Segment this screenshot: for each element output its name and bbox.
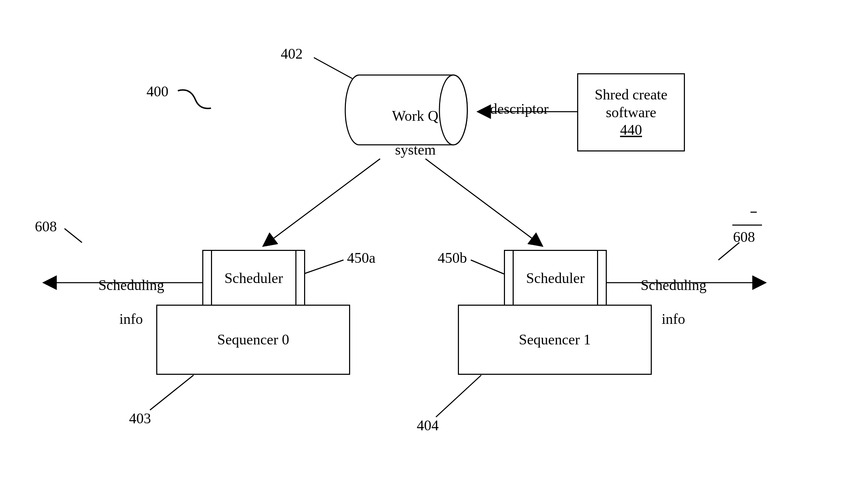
- lead-402: [314, 58, 352, 79]
- ref-404: 404: [417, 417, 439, 434]
- ref-400: 400: [146, 83, 168, 100]
- sequencer1-label: Sequencer 1: [519, 331, 591, 348]
- scheduler-b-box: Scheduler: [504, 250, 607, 307]
- sched-info-left-l1: Scheduling: [98, 277, 164, 293]
- workq-label: Work Q system: [370, 91, 446, 175]
- sched-info-right: Scheduling info: [626, 260, 706, 344]
- descriptor-label: descriptor: [490, 101, 549, 117]
- arrow-to-sched-a: [263, 159, 380, 246]
- sched-info-right-l1: Scheduling: [641, 277, 707, 293]
- scheduler-a-label: Scheduler: [225, 269, 283, 287]
- sequencer1-box: Sequencer 1: [458, 305, 652, 375]
- sched-info-right-l2: info: [662, 311, 685, 327]
- lead-403: [150, 375, 194, 410]
- lead-404: [436, 375, 481, 417]
- lead-608-left: [65, 229, 82, 243]
- lead-400: [178, 90, 211, 109]
- diagram-stage: Work Q system Shred create software 440 …: [0, 0, 868, 491]
- workq-line1: Work Q: [392, 108, 438, 124]
- ref-402: 402: [281, 45, 303, 62]
- ref-608-left: 608: [35, 218, 57, 235]
- shred-line1: Shred create: [595, 86, 667, 103]
- sched-info-left: Scheduling info: [84, 260, 164, 344]
- shred-box: Shred create software 440: [577, 73, 685, 151]
- ref-450a: 450a: [347, 250, 376, 266]
- ref-608-right: 608: [733, 229, 755, 245]
- sequencer0-box: Sequencer 0: [156, 305, 350, 375]
- scheduler-a-box: Scheduler: [202, 250, 305, 307]
- lead-450b: [471, 260, 504, 274]
- shred-line2: software: [606, 104, 656, 121]
- sequencer0-label: Sequencer 0: [217, 331, 289, 348]
- ref-403: 403: [129, 410, 151, 427]
- lead-450a: [303, 260, 344, 274]
- scheduler-b-label: Scheduler: [526, 269, 585, 287]
- sched-info-left-l2: info: [119, 311, 143, 327]
- shred-ref-underline: 440: [620, 121, 642, 139]
- ref-450b: 450b: [438, 250, 467, 266]
- workq-line2: system: [395, 142, 436, 158]
